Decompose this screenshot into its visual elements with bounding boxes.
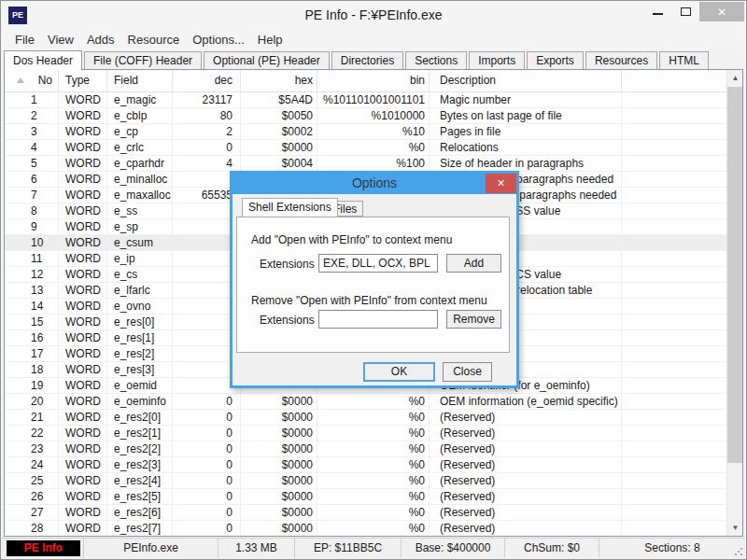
cell-no: 15 (5, 315, 59, 329)
cell-type: WORD (59, 457, 107, 472)
add-button[interactable]: Add (446, 254, 501, 273)
tab-directories[interactable]: Directories (331, 51, 403, 69)
cell-field: e_cparhdr (107, 156, 173, 171)
cell-field: e_magic (107, 92, 173, 107)
cell-filler (622, 108, 726, 123)
table-row[interactable]: 26WORDe_res2[5]0$0000%0(Reserved) (5, 489, 726, 505)
menu-item-help[interactable]: Help (251, 31, 289, 49)
table-row[interactable]: 23WORDe_res2[2]0$0000%0(Reserved) (5, 441, 726, 457)
table-row[interactable]: 22WORDe_res2[1]0$0000%0(Reserved) (5, 426, 726, 441)
cell-field: e_oemid (107, 378, 173, 393)
table-row[interactable]: 27WORDe_res2[6]0$0000%0(Reserved) (5, 505, 726, 521)
cell-field: e_cp (107, 124, 173, 139)
dialog-close-button-bottom[interactable]: Close (443, 362, 492, 382)
cell-filler (622, 521, 726, 536)
cell-description: (Reserved) (430, 426, 622, 441)
pe-info-logo: PE Info (7, 540, 80, 556)
table-row[interactable]: 5WORDe_cparhdr4$0004%100Size of header i… (5, 156, 726, 172)
dialog-tab-shell-extensions[interactable]: Shell Extensions (242, 198, 338, 217)
menu-item-resource[interactable]: Resource (121, 31, 187, 49)
cell-field: e_cblp (107, 108, 173, 123)
cell-filler (622, 267, 726, 282)
cell-type: WORD (59, 299, 107, 314)
cell-field: e_res2[3] (107, 457, 173, 472)
cell-filler (622, 441, 726, 456)
menu-item-file[interactable]: File (8, 31, 41, 49)
add-extensions-input[interactable] (318, 254, 438, 273)
remove-extensions-input[interactable] (318, 310, 438, 329)
ok-button[interactable]: OK (363, 362, 435, 382)
close-button[interactable]: ✕ (699, 2, 744, 21)
cell-dec: 0 (173, 489, 241, 504)
cell-filler (622, 330, 726, 345)
vertical-scrollbar[interactable]: ▲ ▼ (726, 70, 742, 536)
cell-no: 25 (5, 473, 59, 488)
cell-type: WORD (59, 108, 107, 123)
menu-item-options[interactable]: Options... (186, 31, 251, 49)
column-header-description[interactable]: Description (430, 70, 622, 92)
cell-dec: 0 (173, 457, 241, 472)
cell-filler (622, 235, 726, 250)
cell-bin: %0 (317, 410, 430, 425)
cell-no: 28 (5, 521, 59, 536)
tab-optional--pe--header[interactable]: Optional (PE) Header (204, 51, 330, 69)
maximize-icon (681, 7, 691, 16)
cell-bin: %100 (317, 156, 430, 171)
table-row[interactable]: 24WORDe_res2[3]0$0000%0(Reserved) (5, 457, 726, 473)
scroll-up-icon[interactable]: ▲ (727, 70, 743, 86)
column-header-hex[interactable]: hex (241, 70, 317, 92)
cell-type: WORD (59, 489, 107, 504)
title-bar: PE PE Info - F:¥PEInfo.exe ✕ (1, 1, 746, 29)
tab-dos-header[interactable]: Dos Header (4, 50, 82, 70)
menu-item-view[interactable]: View (41, 31, 80, 49)
table-row[interactable]: 1WORDe_magic23117$5A4D%101101001001101Ma… (5, 92, 726, 108)
cell-dec: 2 (173, 124, 241, 139)
cell-filler (622, 473, 726, 488)
resize-grip[interactable] (734, 547, 743, 556)
tab-file--coff--header[interactable]: File (COFF) Header (84, 51, 202, 69)
remove-button[interactable]: Remove (446, 310, 501, 329)
cell-description: Bytes on last page of file (430, 108, 622, 123)
scrollbar-thumb[interactable] (727, 87, 743, 463)
column-header-no[interactable]: No (5, 70, 59, 92)
cell-dec: 0 (173, 441, 241, 456)
column-header-dec[interactable]: dec (173, 70, 241, 92)
table-row[interactable]: 3WORDe_cp2$0002%10Pages in file (5, 124, 726, 140)
column-header-bin[interactable]: bin (317, 70, 430, 92)
tab-resources[interactable]: Resources (585, 51, 657, 69)
table-row[interactable]: 4WORDe_crlc0$0000%0Relocations (5, 140, 726, 156)
cell-filler (622, 172, 726, 187)
cell-description: (Reserved) (430, 505, 622, 520)
scroll-down-icon[interactable]: ▼ (727, 520, 743, 536)
cell-bin: %1010000 (317, 108, 430, 123)
cell-filler (622, 457, 726, 472)
cell-type: WORD (59, 156, 107, 171)
maximize-button[interactable] (671, 1, 699, 21)
menu-item-adds[interactable]: Adds (80, 31, 121, 49)
tab-html[interactable]: HTML (659, 51, 709, 69)
minimize-button[interactable] (643, 1, 671, 21)
cell-filler (622, 394, 726, 409)
cell-type: WORD (59, 315, 107, 329)
cell-dec: 0 (173, 140, 241, 155)
column-header-field[interactable]: Field (107, 70, 173, 92)
table-row[interactable]: 20WORDe_oeminfo0$0000%0OEM information (… (5, 394, 726, 410)
table-row[interactable]: 21WORDe_res2[0]0$0000%0(Reserved) (5, 410, 726, 426)
cell-field: e_res2[6] (107, 505, 173, 520)
cell-type: WORD (59, 426, 107, 441)
table-row[interactable]: 28WORDe_res2[7]0$0000%0(Reserved) (5, 521, 726, 536)
cell-hex: $0000 (241, 489, 317, 504)
cell-filler (622, 92, 726, 107)
cell-no: 26 (5, 489, 59, 504)
cell-hex: $0000 (241, 505, 317, 520)
table-row[interactable]: 2WORDe_cblp80$0050%1010000Bytes on last … (5, 108, 726, 124)
tab-imports[interactable]: Imports (469, 51, 525, 69)
cell-field: e_res[1] (107, 330, 173, 345)
tab-sections[interactable]: Sections (405, 51, 467, 69)
cell-hex: $0000 (241, 457, 317, 472)
status-panel: PEInfo.exe (84, 539, 218, 558)
column-header-type[interactable]: Type (59, 70, 107, 92)
tab-exports[interactable]: Exports (527, 51, 584, 69)
cell-field: e_cs (107, 267, 173, 282)
table-row[interactable]: 25WORDe_res2[4]0$0000%0(Reserved) (5, 473, 726, 489)
